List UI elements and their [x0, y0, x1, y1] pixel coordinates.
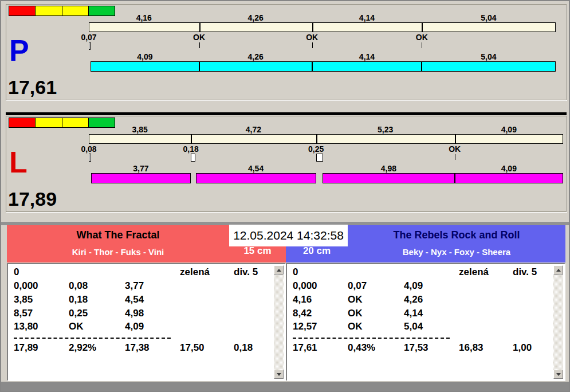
run-bar-segment	[196, 173, 316, 183]
table-cell: 3,85	[14, 294, 33, 305]
changeover-label: 0,18	[171, 144, 211, 154]
split-bar	[89, 134, 563, 144]
split-bar	[89, 22, 556, 32]
dashed-separator	[293, 338, 450, 339]
table-cell: 0,25	[69, 308, 88, 319]
team-dogs: Beky - Nyx - Foxy - Sheera	[348, 247, 565, 257]
split-time-label: 4,16	[124, 13, 164, 22]
changeover-gap-box	[89, 154, 91, 162]
datetime-display: 12.05.2024 14:32:58	[229, 225, 348, 246]
changeover-label: 0,08	[69, 144, 109, 154]
table-summary-cell: 0,43%	[348, 342, 375, 354]
table-cell: 8,42	[293, 308, 312, 319]
changeover-gap-box	[89, 42, 91, 50]
run-bar-segment	[91, 173, 191, 183]
table-cell: 3,77	[125, 280, 144, 292]
table-summary-cell: 17,89	[14, 342, 38, 354]
changeover-label: OK	[402, 33, 442, 42]
split-time-label: 4,26	[235, 13, 276, 22]
split-time-label: 4,72	[233, 125, 273, 134]
table-cell: 4,16	[293, 294, 312, 305]
table-cell: 4,26	[404, 294, 423, 305]
table-cell: 4,98	[125, 308, 144, 319]
lane-panel-p: P 17,61 4,164,264,145,040,07OKOKOK4,094,…	[6, 4, 567, 100]
run-bar-segment	[312, 61, 422, 72]
table-cell: 0	[293, 266, 298, 278]
arrow-down-icon	[277, 373, 281, 376]
results-table-left[interactable]: 0zelenádiv. 50,0000,083,773,850,184,548,…	[7, 263, 286, 381]
table-cell: 4,09	[404, 280, 423, 292]
run-time-label: 4,54	[236, 164, 276, 173]
window-bottom-strip	[1, 382, 569, 392]
ok-tick	[455, 154, 455, 160]
scrollbar[interactable]	[274, 265, 284, 379]
run-bar-segment	[422, 61, 555, 72]
lane-panel-l: L 17,89 3,854,725,234,090,080,180,25OK3,…	[6, 116, 567, 212]
table-summary-cell: 17,38	[125, 342, 150, 354]
changeover-label: OK	[435, 144, 475, 154]
arrow-down-icon	[556, 373, 561, 376]
jump-height-badge: 15 cm	[229, 245, 286, 257]
table-cell: OK	[348, 294, 363, 305]
changeover-label: OK	[292, 33, 332, 42]
table-cell: OK	[348, 308, 363, 319]
team-name: What The Fractal	[7, 229, 229, 241]
run-time-label: 4,09	[489, 164, 529, 173]
table-cell: 0	[14, 266, 19, 278]
changeover-gap-box	[316, 154, 323, 162]
run-time-label: 4,09	[125, 52, 165, 61]
split-time-label: 5,23	[365, 125, 406, 134]
table-cell: 5,04	[404, 321, 423, 332]
team-name: The Rebels Rock and Roll	[348, 229, 565, 241]
table-cell: 0,18	[69, 294, 88, 305]
table-cell: div. 5	[513, 266, 537, 278]
run-bar-segment	[199, 61, 312, 72]
table-cell: 4,54	[125, 294, 144, 305]
table-cell: 13,80	[14, 321, 38, 332]
table-cell: 0,07	[348, 280, 367, 292]
table-cell: OK	[348, 321, 363, 332]
dashed-separator	[14, 338, 171, 339]
arrow-up-icon	[556, 269, 561, 272]
table-summary-cell: 17,53	[404, 342, 429, 354]
split-time-label: 3,85	[120, 125, 160, 134]
table-cell: 12,57	[293, 321, 317, 332]
split-bar-divider	[316, 135, 317, 143]
table-summary-cell: 17,61	[293, 342, 317, 354]
split-bar-divider	[422, 23, 423, 32]
lane-time-chart: 4,164,264,145,040,07OKOKOK4,094,264,145,…	[6, 5, 566, 100]
changeover-gap-box	[191, 154, 195, 162]
scroll-down-button[interactable]	[553, 370, 563, 379]
split-bar-divider	[199, 23, 201, 32]
table-summary-cell: 1,00	[513, 342, 532, 354]
scroll-up-button[interactable]	[274, 265, 284, 275]
run-time-label: 4,98	[368, 164, 408, 173]
jump-height-badge: 20 cm	[286, 245, 348, 257]
split-bar-divider	[312, 23, 313, 32]
lane-time-chart: 3,854,725,234,090,080,180,25OK3,774,544,…	[6, 116, 566, 211]
scroll-up-button[interactable]	[553, 265, 563, 275]
scroll-down-button[interactable]	[274, 370, 284, 379]
scrollbar[interactable]	[553, 265, 563, 379]
run-time-label: 4,26	[235, 52, 276, 61]
timing-window: P 17,61 4,164,264,145,040,07OKOKOK4,094,…	[0, 0, 570, 392]
ok-tick	[312, 42, 313, 48]
arrow-up-icon	[277, 269, 281, 272]
lane-divider-bar	[6, 112, 567, 115]
changeover-label: 0,07	[69, 33, 109, 42]
table-summary-cell: 16,83	[459, 342, 483, 354]
changeover-label: 0,25	[296, 144, 336, 154]
split-bar-divider	[191, 135, 192, 143]
run-bar-segment	[91, 61, 199, 72]
table-cell: OK	[69, 321, 84, 332]
table-cell: zelená	[180, 266, 210, 278]
results-table-right[interactable]: 0zelenádiv. 50,0000,074,094,16OK4,268,42…	[286, 263, 565, 381]
table-cell: 0,000	[14, 280, 38, 292]
table-cell: 0,08	[69, 280, 88, 292]
split-time-label: 4,14	[347, 13, 387, 22]
table-cell: 4,09	[125, 321, 144, 332]
table-summary-cell: 17,50	[180, 342, 205, 354]
team-dogs: Kiri - Thor - Fuks - Vini	[7, 247, 229, 257]
table-cell: zelená	[459, 266, 489, 278]
run-time-label: 3,77	[121, 164, 161, 173]
